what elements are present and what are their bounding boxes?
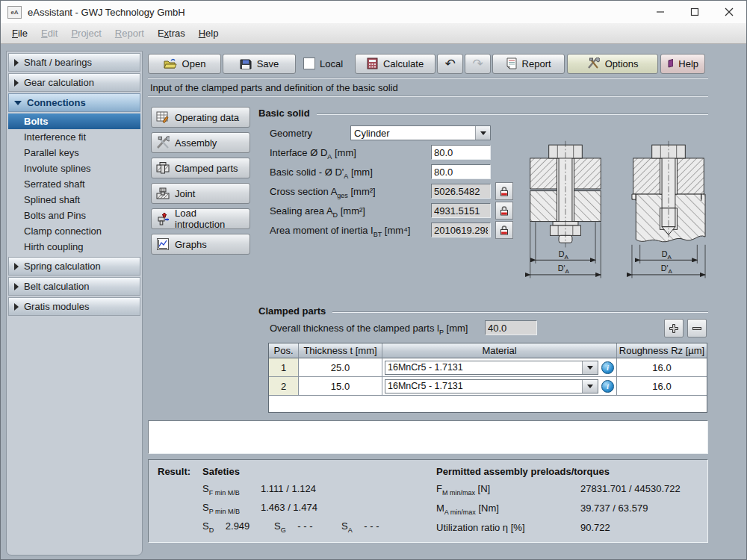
menu-extras[interactable]: Extras (151, 25, 192, 41)
maximize-button[interactable] (678, 1, 712, 23)
add-row-button[interactable] (664, 319, 684, 337)
basic-solid-header: Basic solid (258, 108, 708, 119)
local-checkbox[interactable] (303, 57, 315, 69)
utilization-label: Utilization ratio η [%] (436, 522, 580, 533)
menu-help[interactable]: Help (192, 25, 226, 41)
utilization-row: Utilization ratio η [%] 90.722 (436, 522, 610, 533)
label-sub: G (281, 526, 286, 534)
interface-diameter-input[interactable] (431, 145, 491, 160)
material-cell: 16MnCr5 - 1.7131 i (382, 358, 617, 377)
roughness-cell[interactable]: 16.0 (617, 377, 707, 396)
label-pre: F (436, 483, 442, 494)
sidebar-section-label: Shaft / bearings (24, 57, 92, 68)
sidebar-item-bolts[interactable]: Bolts (8, 113, 140, 129)
label-sub: D (209, 526, 214, 534)
sidebar-section-gratis-modules[interactable]: Gratis modules (8, 297, 140, 316)
maximize-icon (690, 7, 699, 16)
cross-section-lock-button[interactable] (495, 182, 513, 200)
menu-file[interactable]: File (5, 25, 34, 41)
sidebar-section-belt-calculation[interactable]: Belt calculation (8, 277, 140, 296)
sidebar-item-interference-fit[interactable]: Interference fit (8, 129, 140, 145)
safety-sa-value: - - - (364, 520, 379, 532)
material-select[interactable]: 16MnCr5 - 1.7131 (385, 379, 598, 393)
options-button-label: Options (605, 58, 639, 69)
svg-text:D'A: D'A (661, 264, 673, 275)
sidebar-section-spring-calculation[interactable]: Spring calculation (8, 257, 140, 276)
graphs-button[interactable]: Graphs (151, 234, 250, 255)
result-label: Result: (158, 466, 190, 477)
sidebar-item-bolts-and-pins[interactable]: Bolts and Pins (8, 208, 140, 223)
sidebar-item-hirth-coupling[interactable]: Hirth coupling (8, 239, 140, 255)
label-sub: ges (337, 191, 348, 199)
divider (332, 311, 708, 313)
menu-project-key: P (71, 28, 78, 39)
safety-sg-value: - - - (297, 520, 312, 532)
material-dropdown-button[interactable] (582, 380, 598, 393)
minimize-button[interactable] (643, 1, 678, 23)
nav-button-label: Operating data (175, 112, 239, 123)
collapsed-arrow-icon (14, 283, 19, 290)
dim-label-sub: A (565, 268, 570, 275)
roughness-cell[interactable]: 16.0 (617, 358, 707, 377)
geometry-dropdown-button[interactable] (475, 126, 490, 140)
basic-solid-diameter-label: Basic solid - Ø D'A [mm] (270, 167, 431, 178)
status-bar: Input of the clamped parts and definitio… (148, 78, 708, 97)
overall-thickness-input (485, 320, 537, 335)
table-row: 1 25.0 16MnCr5 - 1.7131 i 16.0 (269, 358, 707, 377)
undo-icon: ↶ (444, 57, 455, 70)
report-button[interactable]: Report (492, 54, 565, 74)
torque-ma-label: MA min/max [Nm] (436, 503, 580, 514)
thickness-cell[interactable]: 25.0 (299, 358, 382, 377)
material-select[interactable]: 16MnCr5 - 1.7131 (385, 361, 598, 375)
safety-sd-value: 2.949 (226, 520, 250, 532)
sidebar-item-parallel-keys[interactable]: Parallel keys (8, 145, 140, 161)
options-button[interactable]: Options (567, 54, 658, 74)
safety-sf-row: SF min M/B 1.111 / 1.124 (202, 483, 316, 494)
svg-text:DA: DA (662, 249, 672, 261)
lock-icon (499, 205, 509, 216)
dim-label-sub: A (668, 254, 672, 261)
safety-sa-item: SA - - - (341, 520, 379, 532)
dim-label-pre: D (662, 249, 668, 258)
basic-solid-diameter-input[interactable] (431, 164, 491, 179)
sidebar-section-connections[interactable]: Connections (8, 93, 140, 112)
assembly-button[interactable]: Assembly (151, 132, 250, 153)
help-button[interactable]: ? Help (660, 54, 705, 74)
material-info-button[interactable]: i (601, 361, 614, 374)
table-row: 2 15.0 16MnCr5 - 1.7131 i 16.0 (269, 377, 707, 396)
sidebar-section-shaft-bearings[interactable]: Shaft / bearings (8, 53, 140, 72)
close-button[interactable] (712, 1, 746, 23)
remove-row-button[interactable] (687, 319, 707, 337)
sidebar-item-serrated-shaft[interactable]: Serrated shaft (8, 176, 140, 192)
save-button[interactable]: Save (223, 54, 296, 74)
label-sub: A min/max (444, 508, 476, 516)
area-moment-lock-button[interactable] (495, 221, 513, 239)
sidebar-item-clamp-connection[interactable]: Clamp connection (8, 223, 140, 239)
calculate-button[interactable]: Calculate (355, 54, 436, 74)
sidebar-item-involute-splines[interactable]: Involute splines (8, 161, 140, 176)
material-dropdown-button[interactable] (582, 361, 598, 374)
thickness-cell[interactable]: 15.0 (299, 377, 382, 396)
menu-report-key: R (115, 28, 122, 39)
message-box (148, 420, 708, 454)
calculator-icon (367, 57, 378, 69)
sidebar-section-label: Connections (27, 97, 86, 108)
window-title: eAssistant - GWJ Technology GmbH (28, 7, 185, 18)
load-introduction-button[interactable]: Load introduction (151, 208, 250, 229)
operating-data-button[interactable]: Operating data (151, 107, 250, 128)
undo-button[interactable]: ↶ (437, 54, 463, 74)
row-add-remove-buttons (664, 319, 707, 337)
title-bar: eA eAssistant - GWJ Technology GmbH (1, 1, 746, 24)
sidebar-item-splined-shaft[interactable]: Splined shaft (8, 192, 140, 208)
material-info-button[interactable]: i (601, 380, 614, 393)
sidebar-item-label: Bolts and Pins (24, 210, 86, 221)
geometry-select[interactable]: Cylinder (350, 125, 491, 140)
sidebar-section-label: Gratis modules (24, 301, 89, 312)
sidebar-section-gear-calculation[interactable]: Gear calculation (8, 73, 140, 92)
label-sub: M min/max (442, 489, 475, 497)
safety-sf-value: 1.111 / 1.124 (261, 483, 316, 494)
joint-button[interactable]: Joint (151, 183, 250, 204)
open-button[interactable]: Open (148, 54, 221, 74)
sealing-area-lock-button[interactable] (495, 202, 513, 220)
clamped-parts-button[interactable]: Clamped parts (151, 158, 250, 178)
